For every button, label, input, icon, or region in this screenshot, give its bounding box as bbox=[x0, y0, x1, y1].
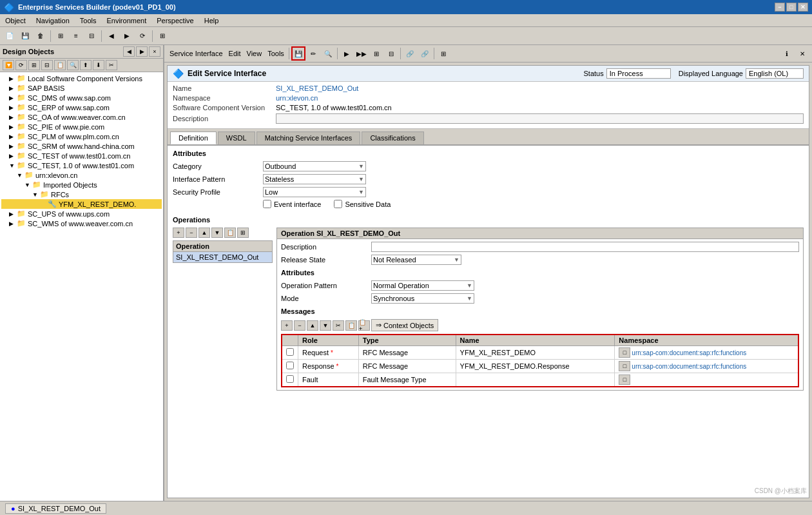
msg-btn-4[interactable]: 📋 bbox=[345, 320, 357, 331]
si-tb-btn-9[interactable]: 🔗 bbox=[418, 46, 432, 61]
toolbar-btn-back[interactable]: ◀ bbox=[104, 29, 119, 43]
toolbar-btn-2[interactable]: 💾 bbox=[18, 29, 32, 43]
si-tb-btn-10[interactable]: ⊞ bbox=[436, 46, 450, 61]
context-objects-button[interactable]: ⇒ Context Objects bbox=[371, 319, 438, 331]
si-tb-btn-5[interactable]: ▶▶ bbox=[354, 46, 369, 61]
menu-help[interactable]: Help bbox=[202, 15, 222, 26]
si-tb-btn-3[interactable]: 🔍 bbox=[321, 46, 335, 61]
field-input-description[interactable] bbox=[276, 113, 804, 124]
left-tb-new[interactable]: 📋 bbox=[54, 60, 66, 70]
si-tb-btn-1[interactable]: 💾 bbox=[291, 46, 305, 61]
ops-btn-up[interactable]: ▲ bbox=[198, 228, 210, 238]
attr-select-interface-pattern[interactable]: Stateless ▼ bbox=[263, 174, 366, 184]
msg-row-response[interactable]: Response * RFC Message YFM_XL_REST_DEMO.… bbox=[282, 360, 798, 373]
checkbox-sensitive-data[interactable]: Sensitive Data bbox=[334, 200, 391, 208]
left-tb-refresh[interactable]: ⟳ bbox=[15, 60, 27, 70]
menu-tools[interactable]: Tools bbox=[77, 15, 99, 26]
si-tb-btn-6[interactable]: ⊞ bbox=[369, 46, 383, 61]
tree-item-rfcs[interactable]: ▼ 📁 RFCs bbox=[1, 189, 162, 199]
tree-item-sc-pie[interactable]: ▶ 📁 SC_PIE of www.pie.com bbox=[1, 122, 162, 131]
toolbar-btn-7[interactable]: ⟳ bbox=[135, 29, 150, 43]
fault-ns-btn[interactable]: □ bbox=[619, 374, 630, 385]
ops-btn-add[interactable]: + bbox=[173, 228, 184, 238]
tree-item-sc-test[interactable]: ▶ 📁 SC_TEST of www.test01.com.cn bbox=[1, 151, 162, 160]
ops-btn-copy[interactable]: 📋 bbox=[224, 228, 236, 238]
response-ns-btn[interactable]: □ bbox=[619, 361, 630, 371]
toolbar-btn-8[interactable]: ⊞ bbox=[155, 29, 169, 43]
left-panel-btn-3[interactable]: × bbox=[149, 46, 160, 57]
msg-row-request[interactable]: Request * RFC Message YFM_XL_REST_DEMO bbox=[282, 346, 798, 360]
attr-select-category[interactable]: Outbound ▼ bbox=[263, 161, 366, 171]
left-tb-expand[interactable]: ⊞ bbox=[28, 60, 40, 70]
msg-row-response-checkbox[interactable] bbox=[282, 360, 298, 373]
msg-row-fault[interactable]: Fault Fault Message Type □ bbox=[282, 373, 798, 387]
tab-classifications[interactable]: Classifications bbox=[362, 131, 423, 144]
si-tb-info[interactable]: ℹ bbox=[780, 46, 794, 61]
left-tb-8[interactable]: ✂ bbox=[106, 60, 117, 70]
toolbar-btn-4[interactable]: ⊞ bbox=[53, 29, 68, 43]
tree-item-imported-objects[interactable]: ▼ 📁 Imported Objects bbox=[1, 180, 162, 189]
si-menu-view[interactable]: View bbox=[244, 48, 265, 59]
left-tb-filter[interactable]: 🔽 bbox=[3, 60, 14, 70]
menu-object[interactable]: Object bbox=[3, 15, 28, 26]
si-tb-btn-2[interactable]: ✏ bbox=[306, 46, 320, 61]
si-menu-service-interface[interactable]: Service Interface bbox=[167, 48, 226, 59]
tree-item-sc-erp[interactable]: ▶ 📁 SC_ERP of www.sap.com bbox=[1, 102, 162, 112]
toolbar-btn-3[interactable]: 🗑 bbox=[34, 29, 48, 43]
op-pattern-select[interactable]: Normal Operation ▼ bbox=[371, 280, 474, 291]
toolbar-btn-6[interactable]: ⊟ bbox=[84, 29, 99, 43]
close-button[interactable]: ✕ bbox=[798, 3, 808, 12]
msg-row-request-checkbox[interactable] bbox=[282, 346, 298, 360]
tab-definition[interactable]: Definition bbox=[170, 131, 217, 144]
tree-item-sc-test-10[interactable]: ▼ 📁 SC_TEST, 1.0 of www.test01.com bbox=[1, 160, 162, 170]
tree-item-urn-xlevon[interactable]: ▼ 📁 urn:xlevon.cn bbox=[1, 170, 162, 180]
minimize-button[interactable]: − bbox=[775, 3, 785, 12]
toolbar-btn-5[interactable]: ≡ bbox=[69, 29, 83, 43]
left-tb-5[interactable]: 🔍 bbox=[67, 60, 79, 70]
msg-btn-3[interactable]: ✂ bbox=[333, 320, 344, 331]
menu-environment[interactable]: Environment bbox=[104, 15, 149, 26]
left-panel-btn-2[interactable]: ▶ bbox=[136, 46, 148, 57]
left-tb-7[interactable]: ⬇ bbox=[93, 60, 104, 70]
tree-item-sc-wms[interactable]: ▶ 📁 SC_WMS of www.weaver.com.cn bbox=[1, 219, 162, 228]
ops-btn-remove[interactable]: − bbox=[186, 228, 197, 238]
checkbox-sensitive-data-input[interactable] bbox=[334, 200, 342, 208]
op-mode-select[interactable]: Synchronous ▼ bbox=[371, 293, 474, 304]
ops-btn-5[interactable]: ⊞ bbox=[237, 228, 249, 238]
tab-wsdl[interactable]: WSDL bbox=[218, 131, 255, 144]
si-tb-close[interactable]: ✕ bbox=[795, 46, 809, 61]
tab-matching-service-interfaces[interactable]: Matching Service Interfaces bbox=[256, 131, 361, 144]
msg-btn-2[interactable]: − bbox=[294, 320, 305, 331]
si-tb-btn-7[interactable]: ⊟ bbox=[384, 46, 398, 61]
attr-select-security-profile[interactable]: Low ▼ bbox=[263, 187, 366, 197]
menu-navigation[interactable]: Navigation bbox=[34, 15, 72, 26]
tree-item-local-software[interactable]: ▶ 📁 Local Software Component Versions bbox=[1, 73, 162, 83]
op-desc-input[interactable] bbox=[371, 242, 799, 252]
maximize-button[interactable]: □ bbox=[786, 3, 797, 12]
si-tb-btn-4[interactable]: ▶ bbox=[340, 46, 354, 61]
tree-item-sc-srm[interactable]: ▶ 📁 SC_SRM of www.hand-china.com bbox=[1, 141, 162, 151]
tree-item-sc-plm[interactable]: ▶ 📁 SC_PLM of www.plm.com.cn bbox=[1, 131, 162, 141]
msg-btn-5[interactable]: 📋+ bbox=[358, 320, 370, 331]
left-panel-btn-1[interactable]: ◀ bbox=[123, 46, 135, 57]
ops-btn-down[interactable]: ▼ bbox=[211, 228, 223, 238]
checkbox-event-interface-input[interactable] bbox=[263, 200, 271, 208]
tree-item-yfm-rest-demo[interactable]: 🔧 YFM_XL_REST_DEMO. bbox=[1, 199, 162, 209]
menu-perspective[interactable]: Perspective bbox=[154, 15, 196, 26]
msg-btn-1[interactable]: + bbox=[281, 320, 293, 331]
left-tb-collapse[interactable]: ⊟ bbox=[41, 60, 53, 70]
msg-row-fault-checkbox[interactable] bbox=[282, 373, 298, 387]
si-menu-edit[interactable]: Edit bbox=[226, 48, 244, 59]
msg-btn-up[interactable]: ▲ bbox=[307, 320, 318, 331]
ops-table-row[interactable]: SI_XL_REST_DEMO_Out bbox=[173, 252, 272, 262]
tree-item-sc-dms[interactable]: ▶ 📁 SC_DMS of www.sap.com bbox=[1, 93, 162, 102]
toolbar-btn-forward[interactable]: ▶ bbox=[120, 29, 134, 43]
checkbox-event-interface[interactable]: Event interface bbox=[263, 200, 321, 208]
tree-item-sc-oa[interactable]: ▶ 📁 SC_OA of www.weaver.com.cn bbox=[1, 112, 162, 122]
status-tab[interactable]: ● SI_XL_REST_DEMO_Out bbox=[5, 503, 106, 514]
msg-btn-down[interactable]: ▼ bbox=[320, 320, 331, 331]
toolbar-btn-1[interactable]: 📄 bbox=[3, 29, 17, 43]
request-ns-btn[interactable]: □ bbox=[619, 347, 630, 358]
op-release-select[interactable]: Not Released ▼ bbox=[371, 255, 461, 265]
tree-item-sc-ups[interactable]: ▶ 📁 SC_UPS of www.ups.com bbox=[1, 209, 162, 219]
